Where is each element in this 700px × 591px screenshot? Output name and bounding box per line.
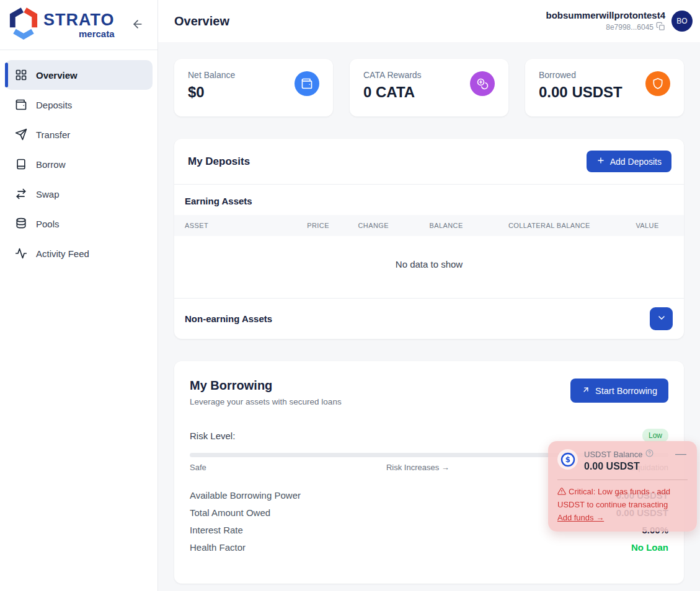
non-earning-assets-title: Non-earning Assets [185, 313, 272, 324]
plus-icon [596, 156, 605, 167]
start-borrowing-button[interactable]: Start Borrowing [570, 379, 668, 403]
brand-name: STRATO [43, 12, 115, 28]
activity-icon [15, 247, 27, 260]
risk-scale-safe: Safe [190, 463, 206, 472]
app-root: STRATO mercata Overview D [0, 0, 700, 591]
column-balance: BALANCE [419, 215, 498, 236]
toast-divider [557, 479, 688, 480]
usdst-coin-icon: $ [557, 449, 578, 470]
toast-title: USDST Balance [584, 450, 642, 459]
risk-level-label: Risk Level: [190, 431, 235, 441]
borrowed-card: Borrowed 0.00 USDST [525, 59, 684, 116]
stat-value: $0 [188, 84, 235, 101]
column-asset: ASSET [174, 215, 296, 236]
swap-arrows-icon [15, 188, 27, 200]
cata-rewards-card: CATA Rewards 0 CATA [350, 59, 508, 116]
avatar[interactable]: BO [671, 11, 693, 32]
column-change: CHANGE [347, 215, 419, 236]
table-header-row: ASSET PRICE CHANGE BALANCE COLLATERAL BA… [174, 215, 684, 236]
column-value: VALUE [625, 215, 684, 236]
sidebar-item-label: Transfer [36, 129, 70, 140]
sidebar-collapse-button[interactable] [129, 15, 146, 35]
column-collateral-balance: COLLATERAL BALANCE [498, 215, 626, 236]
sidebar-item-activity-feed[interactable]: Activity Feed [0, 239, 157, 268]
stat-label: Borrowed [539, 70, 622, 80]
wallet-icon [15, 98, 27, 111]
arrow-left-icon [131, 18, 144, 32]
coins-icon [470, 71, 495, 96]
sidebar-header: STRATO mercata [0, 0, 157, 50]
sidebar-item-label: Overview [36, 70, 78, 81]
copy-address-button[interactable] [656, 22, 665, 33]
health-factor-row: Health Factor No Loan [190, 542, 668, 553]
my-deposits-panel: My Deposits Add Deposits Earning Assets … [174, 139, 684, 339]
hexagon-logo-icon [7, 7, 40, 43]
my-borrowing-subtitle: Leverage your assets with secured loans [190, 397, 342, 406]
shield-icon [645, 71, 670, 96]
sidebar-item-overview[interactable]: Overview [5, 60, 153, 90]
my-deposits-title: My Deposits [188, 155, 250, 168]
earning-assets-title: Earning Assets [174, 185, 684, 215]
sidebar-item-label: Activity Feed [36, 248, 89, 259]
send-icon [15, 128, 27, 141]
my-borrowing-title: My Borrowing [190, 379, 342, 393]
stat-value: 0 CATA [363, 84, 422, 101]
warning-triangle-icon [557, 487, 566, 499]
stat-cards-row: Net Balance $0 CATA Rewards 0 CATA [174, 59, 684, 116]
wallet-address: 8e7998...6045 [606, 23, 653, 32]
risk-badge: Low [642, 429, 668, 442]
sidebar-item-deposits[interactable]: Deposits [0, 90, 157, 120]
page-title: Overview [174, 14, 229, 28]
user-block[interactable]: bobsummerwillprotontest4 8e7998...6045 B… [546, 10, 693, 33]
sidebar-item-label: Borrow [36, 159, 66, 170]
empty-state-message: No data to show [174, 236, 684, 299]
sidebar-item-transfer[interactable]: Transfer [0, 120, 157, 149]
minimize-toast-button[interactable]: — [674, 449, 688, 458]
sidebar-item-label: Swap [36, 189, 60, 199]
toast-warning-text: Critical: Low gas funds - add USDST to c… [557, 487, 670, 509]
brand-logo: STRATO mercata [7, 7, 115, 43]
risk-scale-increases: Risk Increases → [386, 463, 450, 472]
toast-balance: 0.00 USDST [584, 461, 653, 472]
sidebar: STRATO mercata Overview D [0, 0, 158, 591]
expand-non-earning-button[interactable] [650, 307, 673, 330]
grid-icon [15, 69, 27, 81]
arrow-up-right-icon [582, 385, 590, 396]
add-funds-link[interactable]: Add funds → [557, 513, 604, 522]
sidebar-item-swap[interactable]: Swap [0, 179, 157, 209]
sidebar-item-borrow[interactable]: Borrow [0, 149, 157, 179]
sidebar-nav: Overview Deposits Transfer Borrow [0, 50, 157, 268]
earning-assets-table: ASSET PRICE CHANGE BALANCE COLLATERAL BA… [174, 215, 684, 236]
topbar: Overview bobsummerwillprotontest4 8e7998… [158, 0, 700, 42]
brand-subtitle: mercata [79, 29, 115, 38]
wallet-icon [295, 71, 319, 96]
column-price: PRICE [296, 215, 347, 236]
sidebar-item-pools[interactable]: Pools [0, 209, 157, 239]
copy-icon [656, 22, 665, 33]
sidebar-item-label: Pools [36, 219, 60, 229]
stat-value: 0.00 USDST [539, 84, 622, 101]
svg-text:$: $ [565, 455, 570, 464]
help-circle-icon[interactable] [645, 449, 653, 459]
usdst-balance-toast: $ USDST Balance 0.00 USDST — Critical: L… [548, 441, 697, 532]
net-balance-card: Net Balance $0 [174, 59, 333, 116]
chevron-down-icon [657, 313, 667, 325]
stat-label: Net Balance [188, 70, 235, 80]
username: bobsummerwillprotontest4 [546, 10, 665, 20]
sidebar-item-label: Deposits [36, 100, 72, 110]
minimize-icon: — [675, 447, 686, 460]
stat-label: CATA Rewards [363, 70, 422, 80]
database-icon [15, 217, 27, 230]
non-earning-assets-row: Non-earning Assets [174, 299, 684, 339]
book-icon [15, 158, 27, 170]
add-deposits-button[interactable]: Add Deposits [587, 151, 671, 172]
